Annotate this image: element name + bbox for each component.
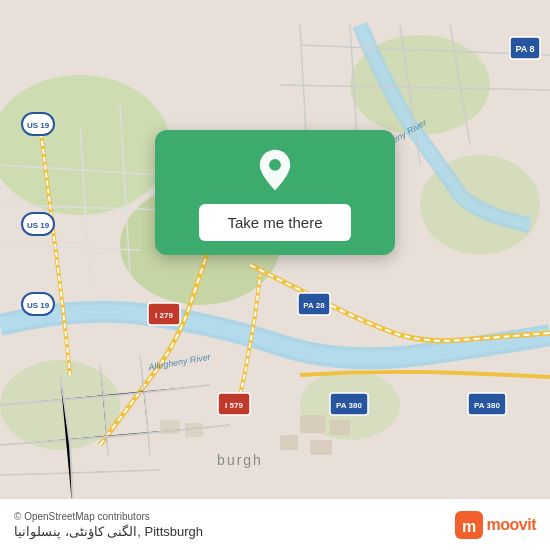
svg-rect-42 (310, 440, 332, 455)
svg-text:I 579: I 579 (225, 401, 243, 410)
moovit-icon: m (455, 511, 483, 539)
map-container: PA 8 US 19 US 19 US 19 I 279 PA 28 I 579… (0, 0, 550, 550)
svg-rect-40 (330, 420, 350, 435)
svg-rect-43 (160, 420, 180, 434)
svg-text:US 19: US 19 (27, 301, 50, 310)
svg-rect-44 (185, 423, 203, 437)
svg-text:US 19: US 19 (27, 121, 50, 130)
svg-text:PA 28: PA 28 (303, 301, 325, 310)
location-popup: Take me there (155, 130, 395, 255)
svg-point-45 (269, 159, 281, 171)
svg-rect-39 (300, 415, 325, 433)
svg-text:US 19: US 19 (27, 221, 50, 230)
location-label: الگنی کاؤنٹی، پنسلوانیا, Pittsburgh (14, 524, 203, 539)
map-attribution: © OpenStreetMap contributors (14, 511, 203, 522)
svg-text:PA 380: PA 380 (336, 401, 362, 410)
svg-text:PA 8: PA 8 (515, 44, 534, 54)
bottom-info: © OpenStreetMap contributors الگنی کاؤنٹ… (14, 511, 203, 539)
bottom-bar: © OpenStreetMap contributors الگنی کاؤنٹ… (0, 498, 550, 550)
moovit-text: moovit (487, 516, 536, 534)
take-me-there-button[interactable]: Take me there (199, 204, 350, 241)
moovit-logo: m moovit (455, 511, 536, 539)
svg-rect-41 (280, 435, 298, 450)
map-background: PA 8 US 19 US 19 US 19 I 279 PA 28 I 579… (0, 0, 550, 550)
svg-text:m: m (461, 518, 475, 535)
map-pin-icon (253, 148, 297, 192)
svg-text:I 279: I 279 (155, 311, 173, 320)
svg-text:burgh: burgh (217, 452, 263, 468)
svg-text:PA 380: PA 380 (474, 401, 500, 410)
